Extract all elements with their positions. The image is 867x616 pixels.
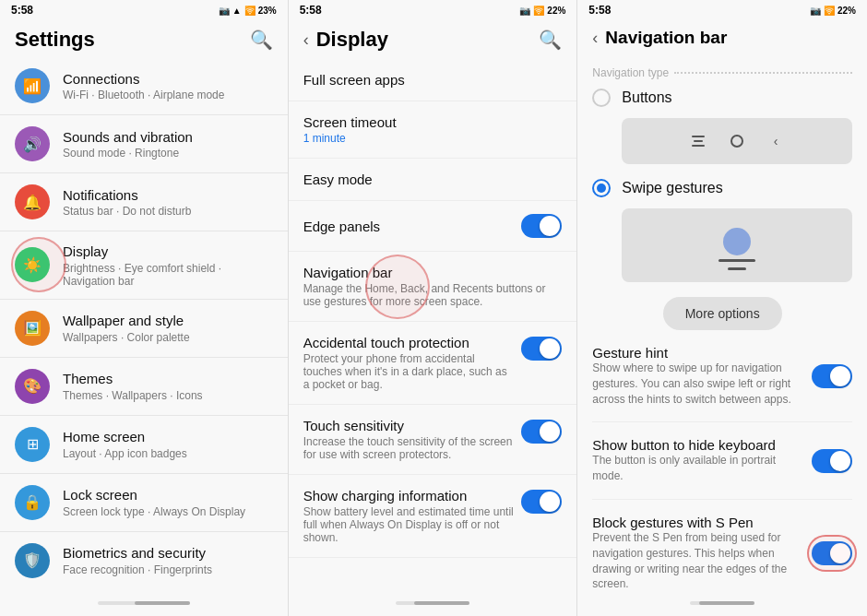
lockscreen-sub: Screen lock type · Always On Display [63,505,273,518]
display-item-charging[interactable]: Show charging information Show battery l… [289,475,577,558]
swipe-label: Swipe gestures [622,180,722,196]
biometrics-title: Biometrics and security [63,544,273,563]
block-gestures-toggle[interactable] [812,541,852,565]
display-item-easymode[interactable]: Easy mode [289,159,577,201]
buttons-radio[interactable] [592,89,611,107]
display-top-bar: ‹ Display 🔍 [289,20,577,59]
gesture-hint-toggle[interactable] [812,364,852,388]
hide-keyboard-desc: The button is only available in portrait… [592,453,804,484]
settings-item-lockscreen[interactable]: 🔒 Lock screen Screen lock type · Always … [0,476,288,529]
lockscreen-title: Lock screen [63,486,273,504]
display-panel: 5:58 📷 🛜 22% ‹ Display 🔍 Full screen app… [289,0,578,616]
notifications-title: Notifications [63,186,273,205]
more-options-button[interactable]: More options [663,297,782,330]
display-item-navbar[interactable]: Navigation bar Manage the Home, Back, an… [289,252,577,322]
sounds-sub: Sound mode · Ringtone [63,147,273,160]
display-item-screentimeout[interactable]: Screen timeout 1 minute [289,101,577,159]
signal-icon-2: 🛜 [533,6,544,16]
gesture-hint-desc: Show where to swipe up for navigation ge… [592,361,804,407]
settings-item-wallpaper[interactable]: 🖼️ Wallpaper and style Wallpapers · Colo… [0,302,288,355]
display-item-fullscreen[interactable]: Full screen apps [289,59,577,101]
edgepanels-title: Edge panels [303,219,380,234]
sounds-icon: 🔊 [15,126,50,161]
display-title: Display [63,243,273,261]
display-list: Full screen apps Screen timeout 1 minute… [289,59,577,594]
status-bar-3: 5:58 📷 🛜 22% [577,0,867,20]
camera-icon-2: 📷 [519,6,530,16]
settings-panel: 5:58 📷 ▲ 🛜 23% Settings 🔍 📶 Connections … [0,0,289,616]
home-btn-icon [729,133,745,149]
nav-option-swipe[interactable]: Swipe gestures [592,179,852,197]
buttons-preview: ‹ [622,118,852,164]
accidental-title: Accidental touch protection [303,335,515,350]
battery-icon: 23% [258,6,277,16]
settings-top-bar: Settings 🔍 [0,20,288,59]
display-sub: Brightness · Eye comfort shield · Naviga… [63,262,273,288]
back-btn-icon: ‹ [767,133,784,149]
touchsens-toggle[interactable] [521,420,562,444]
homescreen-sub: Layout · App icon badges [63,447,273,460]
accidental-sub: Protect your phone from accidental touch… [303,352,515,391]
time-2: 5:58 [300,4,322,17]
camera-icon: 📷 [219,6,230,16]
settings-item-connections[interactable]: 📶 Connections Wi-Fi · Bluetooth · Airpla… [0,59,288,113]
themes-icon: 🎨 [15,369,50,404]
connections-title: Connections [63,70,273,89]
edgepanels-toggle[interactable] [521,214,562,238]
hide-keyboard-row: Show button to hide keyboard The button … [592,437,852,500]
buttons-label: Buttons [622,89,671,106]
display-item-accidental[interactable]: Accidental touch protection Protect your… [289,322,577,405]
themes-title: Themes [63,370,273,388]
status-icons-1: 📷 ▲ 🛜 23% [219,6,277,16]
gesture-indicator [728,267,746,270]
wifi-icon: 🛜 [244,6,255,16]
swipe-preview [622,208,852,282]
signal-icon-3: 🛜 [824,6,835,16]
display-item-touchsens[interactable]: Touch sensitivity Increase the touch sen… [289,405,577,475]
menu-btn-icon [690,133,707,149]
status-bar-2: 5:58 📷 🛜 22% [289,0,577,20]
display-back-button[interactable]: ‹ [303,30,309,50]
lockscreen-icon: 🔒 [15,485,50,520]
signal-icon: ▲ [232,6,242,16]
touchsens-sub: Increase the touch sensitivity of the sc… [303,435,515,461]
navBar-content: Navigation type Buttons ‹ [577,55,867,594]
settings-item-notifications[interactable]: 🔔 Notifications Status bar · Do not dist… [0,175,288,229]
screentimeout-sub: 1 minute [303,132,563,145]
hide-keyboard-title: Show button to hide keyboard [592,437,804,453]
swipe-radio[interactable] [592,179,611,197]
display-search-icon[interactable]: 🔍 [539,29,562,51]
settings-item-biometrics[interactable]: 🛡️ Biometrics and security Face recognit… [0,534,288,587]
settings-item-display[interactable]: ☀️ Display Brightness · Eye comfort shie… [0,233,288,297]
charging-toggle[interactable] [521,490,562,514]
nav-type-label: Navigation type [592,66,852,79]
settings-item-themes[interactable]: 🎨 Themes Themes · Wallpapers · Icons [0,360,288,413]
display-icon: ☀️ [15,247,50,282]
biometrics-icon: 🛡️ [15,543,50,578]
nav-option-buttons[interactable]: Buttons [592,89,852,107]
accidental-toggle[interactable] [521,337,562,361]
wallpaper-sub: Wallpapers · Color palette [63,331,273,344]
homescreen-title: Home screen [63,428,273,446]
navBar-title: Navigation bar [605,28,727,48]
touchsens-title: Touch sensitivity [303,418,515,433]
themes-sub: Themes · Wallpapers · Icons [63,389,273,402]
settings-list: 📶 Connections Wi-Fi · Bluetooth · Airpla… [0,59,288,594]
display-item-edgepanels[interactable]: Edge panels [289,201,577,252]
hide-keyboard-toggle[interactable] [812,449,852,473]
gesture-blob [723,228,751,255]
display-title: Display [316,28,388,52]
status-bar-1: 5:58 📷 ▲ 🛜 23% [0,0,288,20]
search-icon[interactable]: 🔍 [250,29,273,51]
sounds-title: Sounds and vibration [63,128,273,147]
battery-icon-3: 22% [837,6,856,16]
settings-item-sounds[interactable]: 🔊 Sounds and vibration Sound mode · Ring… [0,117,288,171]
block-gestures-desc: Prevent the S Pen from being used for na… [592,530,804,592]
fullscreen-title: Full screen apps [303,72,405,88]
gesture-hint-row: Gesture hint Show where to swipe up for … [592,345,852,422]
settings-item-homescreen[interactable]: ⊞ Home screen Layout · App icon badges [0,418,288,471]
time-1: 5:58 [11,4,33,17]
navBar-back-button[interactable]: ‹ [592,29,598,48]
time-3: 5:58 [588,4,611,17]
navBar-panel: 5:58 📷 🛜 22% ‹ Navigation bar Navigation… [577,0,867,616]
